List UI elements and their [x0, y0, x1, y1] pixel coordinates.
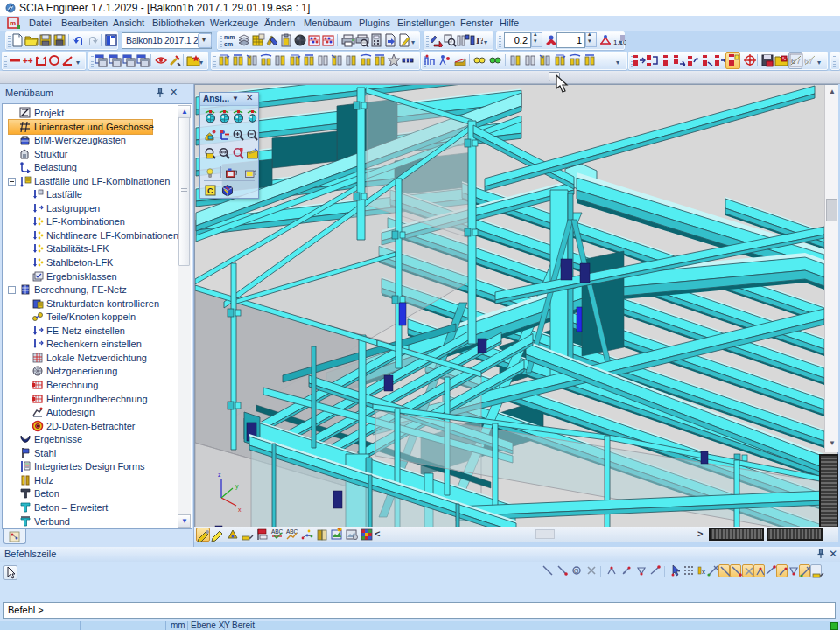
svg-text:y: y — [235, 483, 239, 490]
svg-text:C: C — [207, 186, 214, 195]
svg-text:x: x — [238, 507, 242, 513]
svg-text:G: G — [574, 568, 578, 574]
svg-text:z: z — [218, 472, 221, 478]
svg-text:x: x — [702, 568, 705, 576]
svg-text:I?: I? — [476, 35, 483, 46]
svg-text:mm: mm — [224, 34, 234, 40]
svg-text:++: ++ — [23, 56, 33, 66]
svg-text:m: m — [10, 19, 16, 27]
svg-text:cm: cm — [224, 41, 233, 47]
